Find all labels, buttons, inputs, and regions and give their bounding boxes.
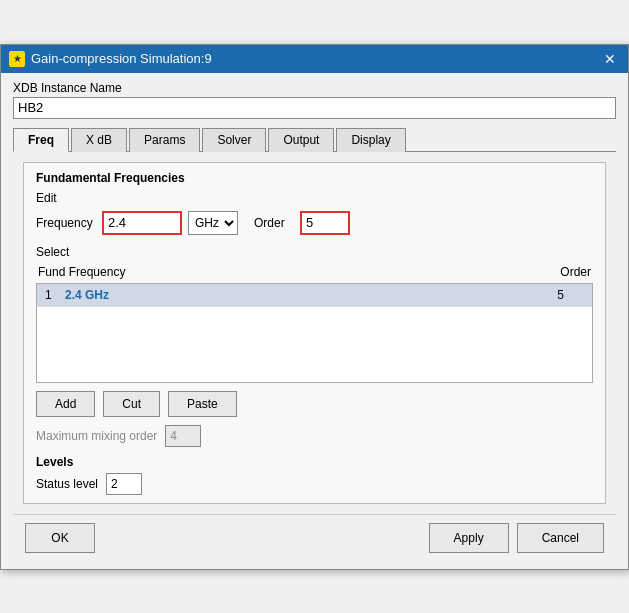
row-order: 5	[145, 288, 584, 302]
tab-display[interactable]: Display	[336, 128, 405, 152]
paste-button[interactable]: Paste	[168, 391, 237, 417]
levels-section: Levels Status level	[36, 455, 593, 495]
edit-label: Edit	[36, 191, 593, 205]
instance-label: XDB Instance Name	[13, 81, 616, 95]
fund-freq-header: Fund Frequency	[38, 265, 125, 279]
table-header: Fund Frequency Order	[36, 265, 593, 279]
instance-name-input[interactable]	[13, 97, 616, 119]
select-label: Select	[36, 245, 593, 259]
footer: OK Apply Cancel	[13, 514, 616, 561]
tab-xdb[interactable]: X dB	[71, 128, 127, 152]
order-input[interactable]	[300, 211, 350, 235]
status-level-row: Status level	[36, 473, 593, 495]
mixing-order-input[interactable]	[165, 425, 201, 447]
tab-output[interactable]: Output	[268, 128, 334, 152]
levels-title: Levels	[36, 455, 593, 469]
window-body: XDB Instance Name Freq X dB Params Solve…	[1, 73, 628, 569]
row-frequency: 2.4 GHz	[65, 288, 145, 302]
order-header: Order	[560, 265, 591, 279]
mixing-order-row: Maximum mixing order	[36, 425, 593, 447]
row-index: 1	[45, 288, 65, 302]
frequency-order-row: Frequency GHz MHz kHz Hz Order	[36, 211, 593, 235]
mixing-order-label: Maximum mixing order	[36, 429, 157, 443]
status-level-label: Status level	[36, 477, 98, 491]
table-row[interactable]: 1 2.4 GHz 5	[37, 284, 592, 306]
frequency-input[interactable]	[102, 211, 182, 235]
title-bar-left: ★ Gain-compression Simulation:9	[9, 51, 212, 67]
empty-rows	[37, 306, 592, 366]
window-icon: ★	[9, 51, 25, 67]
window-title: Gain-compression Simulation:9	[31, 51, 212, 66]
tab-params[interactable]: Params	[129, 128, 200, 152]
close-button[interactable]: ✕	[600, 49, 620, 69]
main-content: Fundamental Frequencies Edit Frequency G…	[13, 162, 616, 504]
tab-bar: Freq X dB Params Solver Output Display	[13, 127, 616, 152]
tab-solver[interactable]: Solver	[202, 128, 266, 152]
fundamental-frequencies-section: Fundamental Frequencies Edit Frequency G…	[23, 162, 606, 504]
fundamental-frequencies-title: Fundamental Frequencies	[36, 171, 593, 185]
ok-button[interactable]: OK	[25, 523, 95, 553]
frequency-unit-select[interactable]: GHz MHz kHz Hz	[188, 211, 238, 235]
frequency-label: Frequency	[36, 216, 96, 230]
tab-freq[interactable]: Freq	[13, 128, 69, 152]
select-section: Select Fund Frequency Order 1 2.4 GHz 5	[36, 245, 593, 383]
order-label: Order	[254, 216, 294, 230]
frequency-table: 1 2.4 GHz 5	[36, 283, 593, 383]
status-level-input[interactable]	[106, 473, 142, 495]
cancel-button[interactable]: Cancel	[517, 523, 604, 553]
apply-button[interactable]: Apply	[429, 523, 509, 553]
title-bar: ★ Gain-compression Simulation:9 ✕	[1, 45, 628, 73]
action-buttons: Add Cut Paste	[36, 391, 593, 417]
main-window: ★ Gain-compression Simulation:9 ✕ XDB In…	[0, 44, 629, 570]
cut-button[interactable]: Cut	[103, 391, 160, 417]
add-button[interactable]: Add	[36, 391, 95, 417]
